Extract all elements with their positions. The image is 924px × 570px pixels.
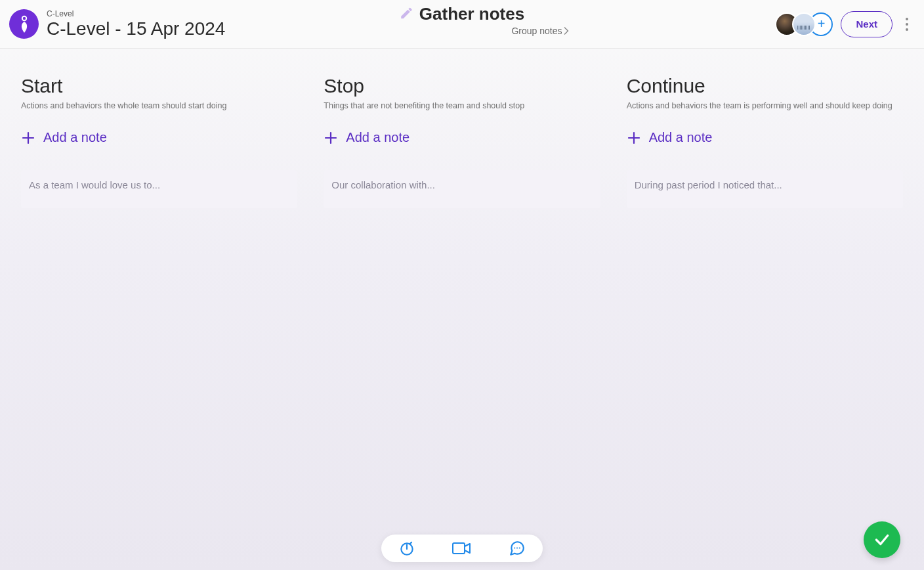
timer-icon[interactable] bbox=[398, 540, 415, 557]
add-note-label: Add a note bbox=[346, 130, 410, 145]
column-title: Stop bbox=[324, 75, 600, 97]
column-description: Actions and behaviors the whole team sho… bbox=[21, 101, 297, 110]
column-start: Start Actions and behaviors the whole te… bbox=[21, 75, 297, 208]
flame-icon bbox=[18, 14, 31, 34]
page-title: C-Level - 15 Apr 2024 bbox=[47, 18, 225, 39]
bottom-tray bbox=[381, 535, 543, 562]
stage-title: Gather notes bbox=[419, 4, 524, 24]
note-placeholder-card[interactable]: During past period I noticed that... bbox=[627, 170, 903, 208]
column-description: Things that are not benefiting the team … bbox=[324, 101, 600, 110]
next-stage-label: Group notes bbox=[511, 26, 562, 36]
add-note-label: Add a note bbox=[649, 130, 713, 145]
column-stop: Stop Things that are not benefiting the … bbox=[324, 75, 600, 208]
check-icon bbox=[873, 531, 891, 548]
column-title: Start bbox=[21, 75, 297, 97]
next-stage-link[interactable]: Group notes bbox=[511, 26, 570, 36]
breadcrumb[interactable]: C-Level bbox=[47, 9, 225, 18]
chat-icon[interactable] bbox=[509, 540, 526, 557]
column-continue: Continue Actions and behaviors the team … bbox=[627, 75, 903, 208]
svg-point-5 bbox=[519, 547, 520, 548]
note-placeholder-text: During past period I noticed that... bbox=[635, 179, 782, 190]
note-placeholder-card[interactable]: Our collaboration with... bbox=[324, 170, 600, 208]
plus-icon bbox=[324, 131, 338, 145]
note-placeholder-text: As a team I would love us to... bbox=[29, 179, 160, 190]
add-note-label: Add a note bbox=[43, 130, 107, 145]
header-right: + Next bbox=[775, 11, 914, 37]
title-block: C-Level C-Level - 15 Apr 2024 bbox=[47, 9, 225, 39]
svg-point-4 bbox=[516, 547, 518, 548]
pencil-icon bbox=[400, 6, 414, 23]
avatar-stack: + bbox=[775, 12, 833, 36]
column-title: Continue bbox=[627, 75, 903, 97]
add-note-button[interactable]: Add a note bbox=[627, 130, 903, 145]
app-logo[interactable] bbox=[9, 9, 39, 39]
avatar-user-2[interactable] bbox=[792, 12, 816, 36]
board: Start Actions and behaviors the whole te… bbox=[0, 49, 924, 208]
column-description: Actions and behaviors the team is perfor… bbox=[627, 101, 903, 110]
header-center: Gather notes Group notes bbox=[354, 4, 570, 36]
confirm-fab[interactable] bbox=[864, 521, 900, 558]
svg-point-0 bbox=[22, 16, 26, 20]
next-button[interactable]: Next bbox=[841, 11, 892, 37]
plus-icon bbox=[627, 131, 641, 145]
svg-rect-2 bbox=[453, 543, 465, 554]
chevron-right-icon bbox=[564, 27, 570, 35]
add-note-button[interactable]: Add a note bbox=[21, 130, 297, 145]
app-header: C-Level C-Level - 15 Apr 2024 Gather not… bbox=[0, 0, 924, 49]
plus-icon bbox=[21, 131, 35, 145]
note-placeholder-card[interactable]: As a team I would love us to... bbox=[21, 170, 297, 208]
note-placeholder-text: Our collaboration with... bbox=[331, 179, 435, 190]
video-icon[interactable] bbox=[452, 541, 472, 556]
more-menu-icon[interactable] bbox=[900, 14, 914, 34]
stage-row: Gather notes bbox=[400, 4, 524, 24]
svg-point-3 bbox=[514, 547, 515, 548]
add-note-button[interactable]: Add a note bbox=[324, 130, 600, 145]
header-left: C-Level C-Level - 15 Apr 2024 bbox=[9, 9, 225, 39]
